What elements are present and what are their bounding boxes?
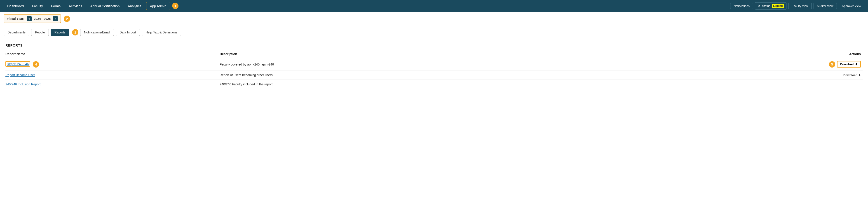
auditor-view-button[interactable]: Auditor View <box>813 3 837 9</box>
table-row: Report Became User Report of users becom… <box>5 70 863 80</box>
step-badge-1: 1 <box>172 3 179 9</box>
nav-annual-certification[interactable]: Annual Certification <box>87 2 123 10</box>
fiscal-prev-button[interactable]: < <box>27 16 32 21</box>
tab-people[interactable]: People <box>31 29 49 36</box>
nav-app-admin[interactable]: App Admin <box>146 2 170 10</box>
tab-departments[interactable]: Departments <box>4 29 29 36</box>
status-label: Status <box>762 4 770 8</box>
report-actions-cell <box>691 80 863 89</box>
top-navigation: Dashboard Faculty Forms Activities Annua… <box>0 0 868 12</box>
step-badge-5: 5 <box>829 61 835 67</box>
download-became-user-button[interactable]: Download ⬇ <box>843 73 861 77</box>
fiscal-year-value: 2024 - 2025 <box>34 17 51 21</box>
approver-view-button[interactable]: Approver View <box>839 3 864 9</box>
nav-dashboard[interactable]: Dashboard <box>4 2 27 10</box>
fiscal-year-box: Fiscal Year: < 2024 - 2025 > <box>4 14 61 23</box>
col-header-report-name: Report Name <box>5 51 220 58</box>
status-button[interactable]: 🖥 Status Legend <box>755 2 787 9</box>
report-actions-cell: 5 Download ⬇ <box>691 58 863 70</box>
report-description-cell: 240/246 Faculty included in the report <box>220 80 691 89</box>
monitor-icon: 🖥 <box>757 4 761 8</box>
step-badge-2: 2 <box>64 15 70 22</box>
step-badge-3: 3 <box>72 29 79 35</box>
download-icon: ⬇ <box>855 63 858 66</box>
report-description-cell: Report of users becoming other users <box>220 70 691 80</box>
nav-forms[interactable]: Forms <box>48 2 64 10</box>
notifications-button[interactable]: Notifications <box>730 3 753 9</box>
status-legend-badge: Legend <box>772 4 784 8</box>
download-label: Download <box>840 63 854 66</box>
nav-faculty[interactable]: Faculty <box>28 2 46 10</box>
actions-cell-1: 5 Download ⬇ <box>691 61 861 67</box>
fiscal-next-button[interactable]: > <box>53 16 58 21</box>
download-label: Download <box>843 73 857 77</box>
report-name-cell: Report Became User <box>5 70 220 80</box>
table-row: Report 240-246 4 Faculty covered by apm-… <box>5 58 863 70</box>
report-240-246-link[interactable]: Report 240-246 <box>5 61 30 67</box>
col-header-description: Description <box>220 51 691 58</box>
report-name-cell: 240/246 Inclusion Report <box>5 80 220 89</box>
reports-table: Report Name Description Actions Report 2… <box>5 51 863 89</box>
report-name-cell: Report 240-246 4 <box>5 58 220 70</box>
tab-notifications-email[interactable]: Notifications/Email <box>80 29 114 36</box>
content-area: REPORTS Report Name Description Actions … <box>0 39 868 94</box>
nav-left: Dashboard Faculty Forms Activities Annua… <box>4 2 179 10</box>
nav-analytics[interactable]: Analytics <box>124 2 145 10</box>
fiscal-year-bar: Fiscal Year: < 2024 - 2025 > 2 <box>0 12 868 26</box>
step-badge-4: 4 <box>33 61 39 67</box>
download-report-240-246-button[interactable]: Download ⬇ <box>837 61 861 67</box>
tab-data-import[interactable]: Data Import <box>116 29 140 36</box>
nav-right: Notifications 🖥 Status Legend Faculty Vi… <box>730 2 864 9</box>
download-icon: ⬇ <box>858 73 861 77</box>
faculty-view-button[interactable]: Faculty View <box>788 3 811 9</box>
report-inclusion-link[interactable]: 240/246 Inclusion Report <box>5 83 41 86</box>
tab-bar: Departments People Reports 3 Notificatio… <box>0 26 868 39</box>
report-became-user-link[interactable]: Report Became User <box>5 73 35 77</box>
col-header-actions: Actions <box>691 51 863 58</box>
report-description-cell: Faculty covered by apm-240, apm-246 <box>220 58 691 70</box>
section-title: REPORTS <box>5 43 863 47</box>
nav-activities[interactable]: Activities <box>65 2 86 10</box>
tab-reports[interactable]: Reports <box>51 29 69 36</box>
fiscal-label: Fiscal Year: <box>7 17 24 21</box>
report-actions-cell: Download ⬇ <box>691 70 863 80</box>
tab-help-text[interactable]: Help Text & Definitions <box>142 29 181 36</box>
table-row: 240/246 Inclusion Report 240/246 Faculty… <box>5 80 863 89</box>
